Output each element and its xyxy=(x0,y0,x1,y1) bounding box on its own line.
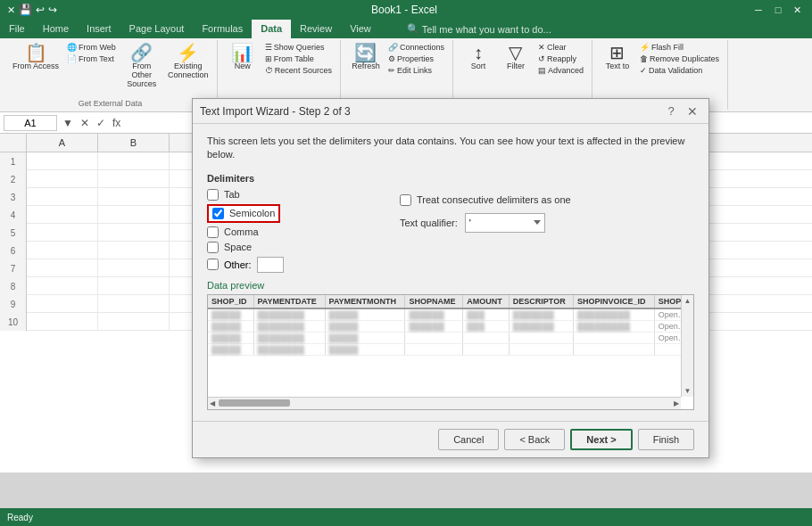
cancel-button[interactable]: Cancel xyxy=(438,429,499,450)
preview-cell xyxy=(463,343,510,355)
preview-cell: ▓▓▓▓▓▓ xyxy=(405,320,463,332)
semicolon-highlighted-box: Semicolon xyxy=(207,204,280,223)
preview-cell: ▓▓▓▓▓ xyxy=(208,320,253,332)
text-qualifier-row: Text qualifier: ' " {none} xyxy=(400,213,694,233)
dialog-title-controls: ? ✕ xyxy=(662,103,701,120)
preview-column-header: SHOPINVOICE_ID xyxy=(573,295,654,308)
back-button[interactable]: < Back xyxy=(504,429,565,450)
dialog-close-button[interactable]: ✕ xyxy=(684,103,701,120)
scroll-thumb-h[interactable] xyxy=(219,399,290,407)
dialog-help-button[interactable]: ? xyxy=(662,103,680,120)
data-preview-title: Data preview xyxy=(207,280,694,291)
finish-button[interactable]: Finish xyxy=(638,429,694,450)
preview-column-header: AMOUNT xyxy=(463,295,510,308)
preview-data-row: ▓▓▓▓▓▓▓▓▓▓▓▓▓▓▓▓▓▓▓▓▓▓▓▓▓▓▓▓▓▓▓▓▓▓▓▓▓▓▓▓… xyxy=(208,320,693,332)
text-import-wizard-dialog: Text Import Wizard - Step 2 of 3 ? ✕ Thi… xyxy=(192,98,709,458)
preview-column-header: DESCRIPTOR xyxy=(509,295,573,308)
space-label: Space xyxy=(224,242,252,252)
scroll-right-arrow[interactable]: ▶ xyxy=(674,399,679,407)
tab-checkbox[interactable] xyxy=(207,189,219,201)
preview-container: SHOP_IDPAYMENTDATEPAYMENTMONTHSHOPNAMEAM… xyxy=(207,294,694,410)
treat-consecutive-row: Treat consecutive delimiters as one xyxy=(400,194,694,206)
options-column: Treat consecutive delimiters as one Text… xyxy=(400,173,694,273)
scroll-left-arrow[interactable]: ◀ xyxy=(210,399,215,407)
qualifier-select[interactable]: ' " {none} xyxy=(465,213,545,233)
preview-table-wrapper: SHOP_IDPAYMENTDATEPAYMENTMONTHSHOPNAMEAM… xyxy=(208,295,693,399)
preview-body: ▓▓▓▓▓▓▓▓▓▓▓▓▓▓▓▓▓▓▓▓▓▓▓▓▓▓▓▓▓▓▓▓▓▓▓▓▓▓▓▓… xyxy=(208,308,693,356)
qualifier-label: Text qualifier: xyxy=(400,218,458,228)
semicolon-label: Semicolon xyxy=(229,208,275,218)
preview-cell xyxy=(573,332,654,343)
other-checkbox[interactable] xyxy=(207,259,219,270)
space-checkbox[interactable] xyxy=(207,242,219,253)
tab-label: Tab xyxy=(224,189,240,200)
preview-column-header: SHOPNAME xyxy=(405,295,463,308)
other-label: Other: xyxy=(224,259,252,270)
treat-consecutive-checkbox[interactable] xyxy=(400,194,411,206)
preview-column-header: SHOP_ID xyxy=(208,295,253,308)
qualifier-select-wrapper: ' " {none} xyxy=(465,213,545,233)
dialog-overlay: Text Import Wizard - Step 2 of 3 ? ✕ Thi… xyxy=(0,0,812,473)
delimiters-title: Delimiters xyxy=(207,173,385,184)
preview-cell: ▓▓▓▓▓ xyxy=(325,343,405,355)
preview-cell: ▓▓▓▓▓▓▓ xyxy=(509,320,573,332)
preview-cell: ▓▓▓▓▓▓▓▓▓ xyxy=(573,308,654,321)
preview-cell xyxy=(463,332,510,343)
dialog-body: This screen lets you set the delimiters … xyxy=(193,124,708,421)
treat-consecutive-label: Treat consecutive delimiters as one xyxy=(417,194,571,205)
scroll-down-arrow[interactable]: ▼ xyxy=(684,387,692,395)
preview-cell: ▓▓▓▓▓ xyxy=(325,308,405,321)
comma-row: Comma xyxy=(207,226,385,238)
preview-cell xyxy=(405,343,463,355)
preview-cell: ▓▓▓▓▓▓▓▓ xyxy=(253,308,325,321)
preview-data-row: ▓▓▓▓▓▓▓▓▓▓▓▓▓▓▓▓▓▓▓▓▓▓▓▓▓▓▓▓▓▓▓▓▓▓▓▓▓▓▓▓… xyxy=(208,308,693,321)
preview-vertical-scrollbar[interactable]: ▲ ▼ xyxy=(681,295,693,397)
dialog-titlebar: Text Import Wizard - Step 2 of 3 ? ✕ xyxy=(193,99,708,124)
preview-cell: ▓▓▓ xyxy=(463,320,510,332)
preview-cell: ▓▓▓▓▓▓▓▓▓ xyxy=(573,320,654,332)
preview-data-row: ▓▓▓▓▓▓▓▓▓▓▓▓▓▓▓▓▓▓Open... xyxy=(208,332,693,343)
space-row: Space xyxy=(207,242,385,253)
preview-column-header: PAYMENTMONTH xyxy=(325,295,405,308)
other-input[interactable] xyxy=(257,257,284,273)
preview-cell: ▓▓▓▓▓ xyxy=(208,332,253,343)
preview-cell: ▓▓▓ xyxy=(463,308,510,321)
tab-row: Tab xyxy=(207,189,385,201)
preview-cell: ▓▓▓▓▓▓▓▓ xyxy=(253,332,325,343)
delimiters-column: Delimiters Tab Semicolon Comma xyxy=(207,173,385,273)
preview-cell: ▓▓▓▓▓▓ xyxy=(405,308,463,321)
comma-checkbox[interactable] xyxy=(207,226,219,238)
next-button[interactable]: Next > xyxy=(570,429,632,450)
dialog-footer: Cancel < Back Next > Finish xyxy=(193,421,708,457)
dialog-description: This screen lets you set the delimiters … xyxy=(207,135,694,162)
preview-cell: ▓▓▓▓▓ xyxy=(325,332,405,343)
preview-cell: ▓▓▓▓▓▓▓▓ xyxy=(253,320,325,332)
preview-cell xyxy=(405,332,463,343)
other-row: Other: xyxy=(207,257,385,273)
preview-cell: ▓▓▓▓▓▓▓▓ xyxy=(253,343,325,355)
preview-cell: ▓▓▓▓▓ xyxy=(325,320,405,332)
data-preview-section: Data preview SHOP_IDPAYMENTDATEPAYMENTMO… xyxy=(207,280,694,410)
preview-table: SHOP_IDPAYMENTDATEPAYMENTMONTHSHOPNAMEAM… xyxy=(208,295,693,356)
comma-label: Comma xyxy=(224,226,259,237)
scroll-up-arrow[interactable]: ▲ xyxy=(684,297,692,305)
preview-header-row: SHOP_IDPAYMENTDATEPAYMENTMONTHSHOPNAMEAM… xyxy=(208,295,693,308)
semicolon-checkbox[interactable] xyxy=(212,208,224,219)
preview-cell: ▓▓▓▓▓ xyxy=(208,308,253,321)
dialog-options: Delimiters Tab Semicolon Comma xyxy=(207,173,694,273)
dialog-title: Text Import Wizard - Step 2 of 3 xyxy=(200,105,351,118)
preview-cell: ▓▓▓▓▓ xyxy=(208,343,253,355)
semicolon-row: Semicolon xyxy=(207,204,385,223)
preview-cell xyxy=(573,343,654,355)
preview-cell: ▓▓▓▓▓▓▓ xyxy=(509,308,573,321)
preview-cell xyxy=(509,343,573,355)
preview-column-header: PAYMENTDATE xyxy=(253,295,325,308)
preview-cell xyxy=(509,332,573,343)
preview-data-row: ▓▓▓▓▓▓▓▓▓▓▓▓▓▓▓▓▓▓ xyxy=(208,343,693,355)
preview-horizontal-scrollbar[interactable]: ◀ ▶ xyxy=(208,397,681,409)
